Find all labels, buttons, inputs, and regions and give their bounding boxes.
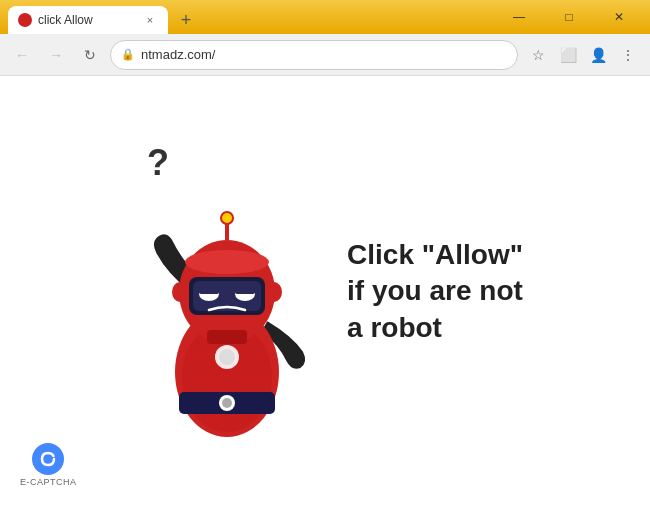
forward-button[interactable]: → xyxy=(42,41,70,69)
forward-icon: → xyxy=(49,47,63,63)
menu-icon: ⋮ xyxy=(621,47,635,63)
bookmark-button[interactable]: ☆ xyxy=(524,41,552,69)
back-button[interactable]: ← xyxy=(8,41,36,69)
svg-point-8 xyxy=(185,250,269,274)
captcha-c-icon xyxy=(36,447,60,471)
refresh-button[interactable]: ↻ xyxy=(76,41,104,69)
active-tab[interactable]: click Allow × xyxy=(8,6,168,34)
address-text: ntmadz.com/ xyxy=(141,47,507,62)
extensions-icon: ⬜ xyxy=(560,47,577,63)
tab-title: click Allow xyxy=(38,13,136,27)
title-bar: click Allow × + — □ ✕ xyxy=(0,0,650,34)
minimize-button[interactable]: — xyxy=(496,3,542,31)
robot-svg xyxy=(137,162,317,442)
message-line3: a robot xyxy=(347,312,442,343)
captcha-badge: E-CAPTCHA xyxy=(20,443,77,487)
bookmark-icon: ☆ xyxy=(532,47,545,63)
page-content: ? xyxy=(0,76,650,507)
tab-favicon xyxy=(18,13,32,27)
back-icon: ← xyxy=(15,47,29,63)
svg-point-4 xyxy=(222,398,232,408)
new-tab-button[interactable]: + xyxy=(172,6,200,34)
robot-illustration: ? xyxy=(127,132,327,452)
maximize-button[interactable]: □ xyxy=(546,3,592,31)
extensions-button[interactable]: ⬜ xyxy=(554,41,582,69)
svg-point-17 xyxy=(219,349,235,365)
tab-close-button[interactable]: × xyxy=(142,12,158,28)
svg-point-19 xyxy=(221,212,233,224)
browser-frame: click Allow × + — □ ✕ ← → ↻ 🔒 ntmadz.com… xyxy=(0,0,650,507)
address-bar[interactable]: 🔒 ntmadz.com/ xyxy=(110,40,518,70)
message-area: Click "Allow" if you are not a robot xyxy=(347,237,523,346)
svg-point-6 xyxy=(172,282,188,302)
refresh-icon: ↻ xyxy=(84,47,96,63)
window-controls: — □ ✕ xyxy=(496,3,642,31)
captcha-label: E-CAPTCHA xyxy=(20,477,77,487)
profile-button[interactable]: 👤 xyxy=(584,41,612,69)
message-line2: if you are not xyxy=(347,275,523,306)
message-text: Click "Allow" if you are not a robot xyxy=(347,237,523,346)
menu-button[interactable]: ⋮ xyxy=(614,41,642,69)
toolbar-icons: ☆ ⬜ 👤 ⋮ xyxy=(524,41,642,69)
svg-rect-15 xyxy=(207,330,247,344)
message-line1: Click "Allow" xyxy=(347,239,523,270)
svg-rect-12 xyxy=(199,287,219,294)
close-button[interactable]: ✕ xyxy=(596,3,642,31)
content-inner: ? xyxy=(107,112,543,472)
toolbar: ← → ↻ 🔒 ntmadz.com/ ☆ ⬜ 👤 ⋮ xyxy=(0,34,650,76)
captcha-icon xyxy=(32,443,64,475)
svg-point-7 xyxy=(266,282,282,302)
profile-icon: 👤 xyxy=(590,47,607,63)
lock-icon: 🔒 xyxy=(121,48,135,61)
svg-rect-14 xyxy=(235,287,255,294)
